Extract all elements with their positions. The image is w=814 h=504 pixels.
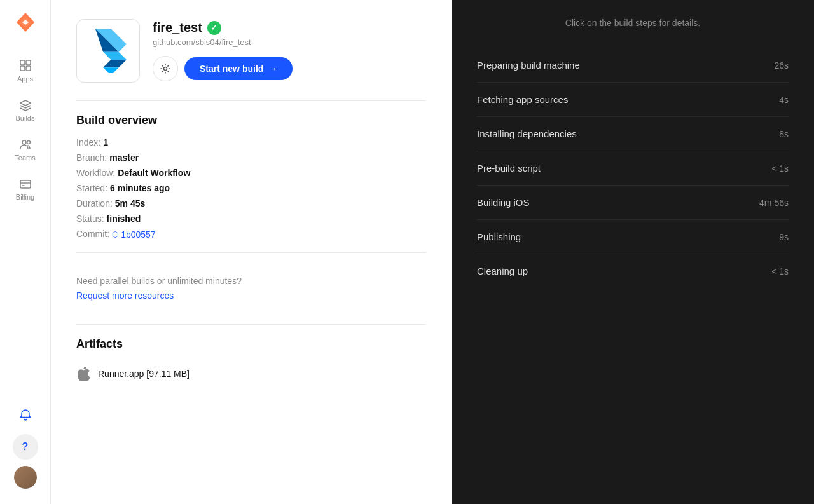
build-row-branch: Branch: master	[76, 153, 426, 163]
arrow-right-icon: →	[268, 64, 277, 74]
sidebar-item-apps-label: Apps	[17, 75, 33, 83]
build-step[interactable]: Cleaning up < 1s	[477, 254, 789, 288]
status-label: Status:	[76, 214, 104, 224]
app-repo: github.com/sbis04/fire_test	[153, 37, 426, 47]
svg-rect-0	[20, 60, 25, 65]
sidebar-item-billing[interactable]: Billing	[5, 170, 46, 207]
verified-icon: ✓	[207, 21, 221, 35]
sidebar-item-teams-label: Teams	[15, 154, 35, 161]
index-label: Index:	[76, 137, 100, 147]
step-time: < 1s	[771, 266, 789, 276]
credit-card-icon	[18, 177, 32, 191]
sidebar-item-builds-label: Builds	[16, 114, 35, 122]
start-new-build-button[interactable]: Start new build →	[184, 57, 293, 80]
build-step[interactable]: Installing dependencies 8s	[477, 117, 789, 151]
step-time: 9s	[779, 232, 789, 242]
svg-rect-2	[20, 66, 25, 71]
apple-icon	[76, 366, 92, 381]
step-time: 8s	[779, 129, 789, 139]
main-content: fire_test ✓ github.com/sbis04/fire_test …	[51, 0, 814, 504]
app-header: fire_test ✓ github.com/sbis04/fire_test …	[76, 19, 426, 83]
duration-label: Duration:	[76, 198, 113, 208]
bell-icon	[19, 409, 32, 421]
build-step[interactable]: Fetching app sources 4s	[477, 83, 789, 117]
build-row-workflow: Workflow: Default Workflow	[76, 168, 426, 178]
build-row-commit: Commit: ⬡ 1b00557	[76, 229, 426, 240]
step-name: Installing dependencies	[477, 128, 577, 139]
commit-hash: 1b00557	[121, 229, 156, 240]
resources-link[interactable]: Request more resources	[76, 290, 174, 301]
duration-value: 5m 45s	[115, 198, 145, 208]
svg-point-14	[164, 67, 167, 71]
sidebar: Apps Builds Teams	[0, 0, 51, 504]
gear-icon	[160, 64, 170, 74]
notifications-button[interactable]	[13, 402, 38, 428]
build-overview-title: Build overview	[76, 114, 426, 127]
build-row-index: Index: 1	[76, 137, 426, 147]
step-name: Preparing build machine	[477, 60, 580, 71]
header-divider	[76, 100, 426, 101]
sidebar-item-teams[interactable]: Teams	[5, 131, 46, 168]
svg-marker-11	[103, 52, 127, 60]
right-panel: Click on the build steps for details. Pr…	[452, 0, 814, 504]
settings-button[interactable]	[153, 56, 178, 81]
step-name: Pre-build script	[477, 163, 541, 174]
branch-label: Branch:	[76, 153, 107, 163]
step-name: Fetching app sources	[477, 94, 568, 105]
started-label: Started:	[76, 183, 107, 193]
artifacts-title: Artifacts	[76, 337, 426, 351]
build-step[interactable]: Preparing build machine 26s	[477, 48, 789, 83]
app-name: fire_test ✓	[153, 20, 426, 35]
svg-marker-12	[103, 60, 127, 67]
help-label: ?	[22, 441, 29, 453]
svg-rect-1	[26, 60, 31, 65]
step-name: Publishing	[477, 231, 521, 242]
logo[interactable]	[13, 10, 38, 37]
commit-label: Commit:	[76, 229, 109, 239]
build-overview-grid: Index: 1 Branch: master Workflow: Defaul…	[76, 137, 426, 240]
branch-value: master	[109, 153, 139, 163]
resources-section: Need parallel builds or unlimited minute…	[76, 266, 426, 311]
flutter-logo-icon	[86, 29, 130, 73]
build-row-started: Started: 6 minutes ago	[76, 183, 426, 193]
artifact-item: Runner.app [97.11 MB]	[76, 361, 426, 386]
layers-icon	[18, 98, 32, 112]
build-row-duration: Duration: 5m 45s	[76, 198, 426, 208]
start-build-label: Start new build	[200, 64, 263, 74]
build-steps-list: Preparing build machine 26s Fetching app…	[477, 48, 789, 288]
svg-marker-13	[103, 67, 119, 73]
svg-point-5	[27, 141, 30, 144]
step-time: 4s	[779, 95, 789, 105]
sidebar-item-apps[interactable]: Apps	[5, 52, 46, 89]
resources-divider	[76, 324, 426, 325]
artifacts-section: Artifacts Runner.app [97.11 MB]	[76, 337, 426, 386]
app-name-text: fire_test	[153, 20, 202, 35]
svg-rect-6	[20, 180, 31, 188]
artifact-name: Runner.app [97.11 MB]	[98, 369, 190, 379]
build-step[interactable]: Publishing 9s	[477, 220, 789, 254]
commit-link[interactable]: ⬡ 1b00557	[112, 229, 156, 240]
sidebar-item-builds[interactable]: Builds	[5, 92, 46, 128]
status-value: finished	[107, 214, 141, 224]
step-name: Building iOS	[477, 197, 530, 208]
build-overview-section: Build overview Index: 1 Branch: master W…	[76, 114, 426, 240]
step-time: 26s	[774, 60, 789, 71]
users-icon	[18, 137, 32, 151]
sidebar-nav: Apps Builds Teams	[5, 52, 46, 402]
grid-icon	[18, 58, 32, 72]
build-step[interactable]: Pre-build script < 1s	[477, 151, 789, 186]
resources-prompt: Need parallel builds or unlimited minute…	[76, 276, 426, 286]
sidebar-bottom: ?	[13, 402, 38, 494]
build-step[interactable]: Building iOS 4m 56s	[477, 186, 789, 220]
step-name: Cleaning up	[477, 266, 528, 276]
app-icon-box	[76, 19, 140, 83]
sidebar-item-billing-label: Billing	[16, 193, 34, 201]
help-button[interactable]: ?	[13, 434, 38, 460]
avatar-image	[14, 466, 37, 489]
svg-rect-3	[26, 66, 31, 71]
app-actions: Start new build →	[153, 56, 426, 81]
build-row-status: Status: finished	[76, 214, 426, 224]
build-steps-hint: Click on the build steps for details.	[477, 18, 789, 28]
left-panel: fire_test ✓ github.com/sbis04/fire_test …	[51, 0, 452, 504]
avatar[interactable]	[14, 466, 37, 489]
